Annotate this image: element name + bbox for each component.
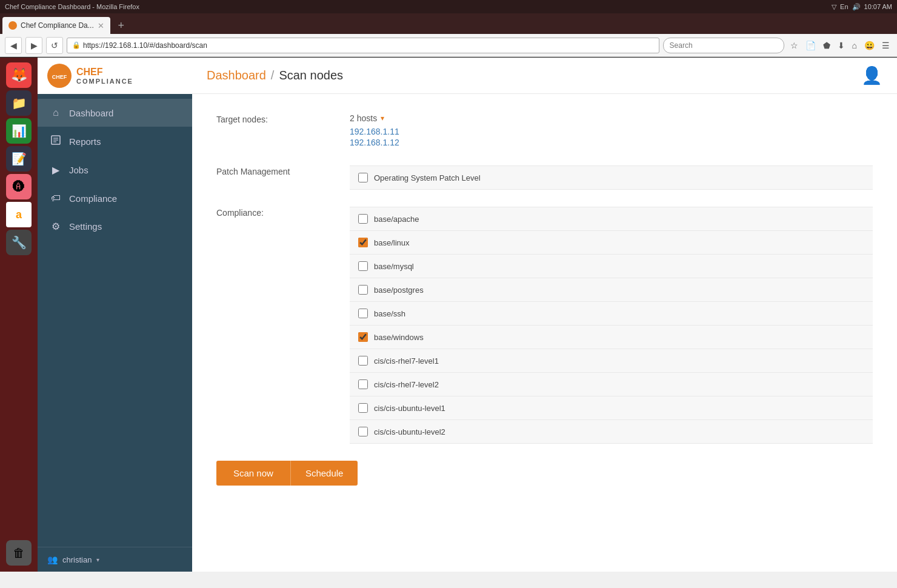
- target-nodes-row: Target nodes: 2 hosts ▾ 192.168.1.11 192…: [216, 113, 873, 149]
- logo-text: CHEF COMPLIANCE: [76, 67, 133, 85]
- checkbox-cis-rhel7-level2[interactable]: [358, 379, 368, 389]
- browser-nav-icons: ☆ 📄 ⬟ ⬇ ⌂ 😀 ☰: [788, 39, 892, 52]
- amazon-icon: a: [16, 209, 22, 221]
- browser-chrome: Chef Compliance Da... ✕ + ◀ ▶ ↺ 🔒 https:…: [0, 13, 897, 58]
- tab-bar: Chef Compliance Da... ✕ +: [0, 13, 897, 34]
- download-icon[interactable]: ⬇: [835, 39, 847, 52]
- compliance-item-base-ssh[interactable]: base/ssh: [350, 302, 873, 326]
- compliance-item-cis-rhel7-level1[interactable]: cis/cis-rhel7-level1: [350, 349, 873, 373]
- sidebar-item-reports[interactable]: Reports: [38, 127, 192, 156]
- jobs-icon: ▶: [50, 164, 62, 176]
- checkbox-base-linux[interactable]: [358, 238, 368, 247]
- compliance-item-base-mysql[interactable]: base/mysql: [350, 255, 873, 278]
- reading-view-icon[interactable]: 📄: [803, 39, 818, 52]
- user-icon[interactable]: 😀: [862, 39, 877, 52]
- target-nodes-label: Target nodes:: [216, 113, 350, 124]
- checkbox-cis-ubuntu-level1[interactable]: [358, 403, 368, 413]
- checkbox-base-mysql[interactable]: [358, 261, 368, 271]
- ssl-lock-icon: 🔒: [72, 41, 81, 49]
- compliance-item-base-apache[interactable]: base/apache: [350, 207, 873, 231]
- main-content: Dashboard / Scan nodes 👤 Target nodes: 2…: [192, 58, 897, 572]
- chef-logo-icon: CHEF: [47, 64, 72, 88]
- chef-logo-svg: CHEF: [50, 67, 68, 85]
- sidebar-item-compliance[interactable]: 🏷 Compliance: [38, 184, 192, 212]
- main-header: Dashboard / Scan nodes 👤: [192, 58, 897, 94]
- hosts-count: 2 hosts ▾: [350, 113, 873, 123]
- dock-orange-icon[interactable]: 🅐: [6, 174, 32, 199]
- logo-chef-label: CHEF: [76, 67, 133, 78]
- sidebar-item-jobs-label: Jobs: [69, 165, 88, 175]
- header-user-icon[interactable]: 👤: [861, 65, 882, 85]
- address-bar[interactable]: 🔒 https://192.168.1.10/#/dashboard/scan: [67, 38, 659, 53]
- pocket-icon[interactable]: ⬟: [821, 39, 833, 52]
- dock-spreadsheet-icon[interactable]: 📊: [6, 118, 32, 144]
- sidebar-footer[interactable]: 👥 christian ▾: [38, 547, 192, 572]
- forward-button[interactable]: ▶: [25, 37, 42, 54]
- home-icon[interactable]: ⌂: [850, 39, 859, 52]
- dock-doc-icon[interactable]: 📝: [6, 146, 32, 172]
- tools-icon: 🔧: [12, 235, 27, 250]
- hosts-dropdown-icon[interactable]: ▾: [381, 114, 384, 122]
- checkbox-base-ssh[interactable]: [358, 309, 368, 318]
- new-tab-button[interactable]: +: [113, 17, 130, 34]
- home-icon: ⌂: [50, 107, 62, 118]
- patch-management-value: Operating System Patch Level: [350, 165, 873, 190]
- label-cis-ubuntu-level1: cis/cis-ubuntu-level1: [374, 404, 445, 413]
- address-text: https://192.168.1.10/#/dashboard/scan: [83, 41, 207, 50]
- os-status-icons: ▽ En 🔊 10:07 AM: [832, 3, 892, 11]
- label-cis-rhel7-level1: cis/cis-rhel7-level1: [374, 356, 439, 366]
- checkbox-base-postgres[interactable]: [358, 285, 368, 295]
- compliance-label: Compliance:: [216, 207, 350, 218]
- checkbox-cis-rhel7-level1[interactable]: [358, 356, 368, 366]
- browser-tab[interactable]: Chef Compliance Da... ✕: [2, 17, 110, 34]
- patch-label: Operating System Patch Level: [374, 173, 481, 182]
- dock-tools-icon[interactable]: 🔧: [6, 230, 32, 255]
- compliance-item-base-linux[interactable]: base/linux: [350, 231, 873, 255]
- bookmark-icon[interactable]: ☆: [788, 39, 801, 52]
- sidebar-item-settings[interactable]: ⚙ Settings: [38, 212, 192, 241]
- clock: 10:07 AM: [864, 3, 892, 10]
- wifi-icon: ▽: [832, 3, 836, 11]
- os-title-bar: Chef Compliance Dashboard - Mozilla Fire…: [0, 0, 897, 13]
- patch-checkbox[interactable]: [358, 173, 368, 182]
- breadcrumb-separator: /: [271, 68, 275, 82]
- dock-amazon-icon[interactable]: a: [6, 202, 32, 227]
- compliance-item-cis-rhel7-level2[interactable]: cis/cis-rhel7-level2: [350, 373, 873, 396]
- dock-firefox-icon[interactable]: 🦊: [6, 62, 32, 88]
- sidebar-item-jobs[interactable]: ▶ Jobs: [38, 156, 192, 184]
- menu-icon[interactable]: ☰: [879, 39, 892, 52]
- compliance-item-cis-ubuntu-level1[interactable]: cis/cis-ubuntu-level1: [350, 396, 873, 420]
- sidebar-item-compliance-label: Compliance: [69, 193, 117, 204]
- sidebar-item-dashboard-label: Dashboard: [69, 108, 113, 118]
- patch-checkbox-item[interactable]: Operating System Patch Level: [350, 165, 873, 190]
- compliance-item-cis-ubuntu-level2[interactable]: cis/cis-ubuntu-level2: [350, 420, 873, 444]
- checkbox-base-windows[interactable]: [358, 332, 368, 342]
- hosts-count-text: 2 hosts: [350, 113, 377, 123]
- label-base-mysql: base/mysql: [374, 262, 414, 271]
- target-nodes-value: 2 hosts ▾ 192.168.1.11 192.168.1.12: [350, 113, 873, 149]
- checkbox-base-apache[interactable]: [358, 214, 368, 224]
- actions-row: Scan now Schedule: [216, 461, 873, 486]
- sidebar-logo: CHEF CHEF COMPLIANCE: [38, 58, 192, 94]
- tab-close-button[interactable]: ✕: [98, 21, 104, 30]
- schedule-button[interactable]: Schedule: [290, 461, 358, 486]
- checkbox-cis-ubuntu-level2[interactable]: [358, 427, 368, 436]
- sidebar-item-dashboard[interactable]: ⌂ Dashboard: [38, 99, 192, 127]
- host-link-2[interactable]: 192.168.1.12: [350, 138, 873, 147]
- browser-nav-bar: ◀ ▶ ↺ 🔒 https://192.168.1.10/#/dashboard…: [0, 34, 897, 57]
- patch-management-label: Patch Management: [216, 165, 350, 176]
- host-link-1[interactable]: 192.168.1.11: [350, 127, 873, 136]
- scan-now-button[interactable]: Scan now: [216, 461, 290, 486]
- dock-trash[interactable]: 🗑: [6, 540, 32, 572]
- browser-search-input[interactable]: [663, 38, 784, 53]
- breadcrumb-current-page: Scan nodes: [279, 68, 343, 82]
- compliance-item-base-windows[interactable]: base/windows: [350, 326, 873, 349]
- sidebar-username: christian: [62, 555, 92, 564]
- compliance-item-base-postgres[interactable]: base/postgres: [350, 278, 873, 302]
- tab-favicon: [8, 21, 17, 30]
- files-icon: 📁: [12, 96, 27, 110]
- dock-files-icon[interactable]: 📁: [6, 90, 32, 116]
- refresh-button[interactable]: ↺: [46, 37, 63, 54]
- breadcrumb-dashboard[interactable]: Dashboard: [207, 68, 266, 82]
- back-button[interactable]: ◀: [5, 37, 22, 54]
